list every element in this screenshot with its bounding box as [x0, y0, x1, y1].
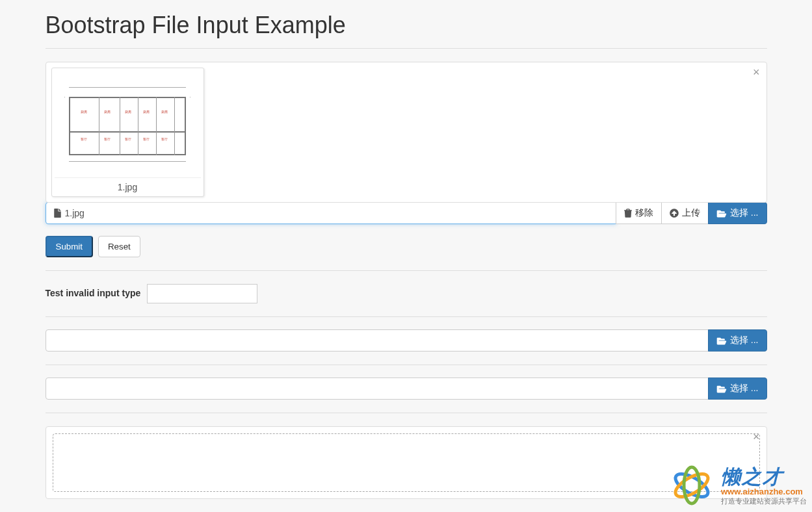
browse-button-2[interactable]: 选择 ...: [708, 329, 767, 352]
folder-open-icon: [716, 337, 727, 345]
browse-button[interactable]: 选择 ...: [708, 202, 767, 224]
dropzone-area[interactable]: [53, 433, 760, 492]
upload-icon: [670, 209, 679, 218]
preview-panel: × 厨房 厨: [46, 62, 767, 203]
file-thumbnail[interactable]: 厨房 厨房 厨房 厨房 厨房 客厅 客厅 客厅 客厅 客厅 1.jpg: [51, 68, 204, 197]
file-icon: [54, 209, 61, 218]
dropzone-panel: ×: [46, 426, 767, 499]
invalid-input-label: Test invalid input type: [46, 288, 141, 298]
browse-button-3[interactable]: 选择 ...: [708, 378, 767, 400]
file-caption-text: 1.jpg: [65, 208, 85, 218]
trash-icon: [624, 209, 632, 218]
close-icon[interactable]: ×: [753, 66, 760, 78]
upload-button[interactable]: 上传: [661, 202, 709, 224]
remove-button[interactable]: 移除: [616, 202, 662, 224]
file-caption-input-2[interactable]: [46, 329, 709, 352]
submit-button[interactable]: Submit: [46, 236, 93, 257]
thumbnail-caption: 1.jpg: [55, 177, 201, 194]
close-icon[interactable]: ×: [753, 431, 760, 442]
folder-open-icon: [716, 385, 727, 393]
file-caption-input-3[interactable]: [46, 378, 709, 400]
invalid-input-field[interactable]: [147, 284, 257, 303]
thumbnail-image: 厨房 厨房 厨房 厨房 厨房 客厅 客厅 客厅 客厅 客厅: [55, 71, 201, 175]
reset-button[interactable]: Reset: [98, 236, 140, 257]
file-caption-input[interactable]: 1.jpg: [46, 202, 616, 224]
folder-open-icon: [716, 209, 727, 218]
page-title: Bootstrap File Input Example: [46, 0, 767, 48]
